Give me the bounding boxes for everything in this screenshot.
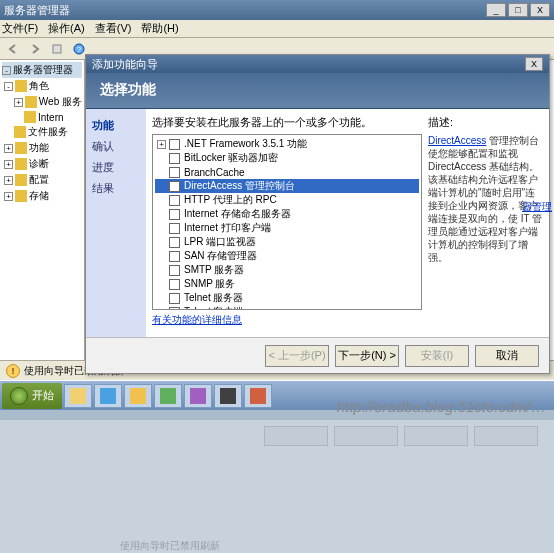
feature-toggle[interactable]: +: [157, 140, 166, 149]
right-pane-peek[interactable]: 器管理: [522, 200, 552, 214]
wizard-nav: 功能确认进度结果: [86, 109, 146, 337]
menu-help[interactable]: 帮助(H): [141, 21, 178, 36]
feature-item[interactable]: SAN 存储管理器: [155, 249, 419, 263]
folder-icon: [24, 111, 36, 123]
feature-details-link[interactable]: 有关功能的详细信息: [152, 313, 242, 327]
feature-checkbox[interactable]: [169, 209, 180, 220]
window-title: 服务器管理器: [4, 3, 70, 18]
add-features-wizard: 添加功能向导 X 选择功能 功能确认进度结果 选择要安装在此服务器上的一个或多个…: [85, 54, 550, 374]
svg-rect-0: [53, 45, 61, 53]
tree-panel: - 服务器管理器 -角色+Web 服务Intern文件服务+功能+诊断+配置+存…: [0, 60, 85, 360]
wizard-close-button[interactable]: X: [525, 57, 543, 71]
tree-toggle[interactable]: +: [4, 160, 13, 169]
watermark: http://oradba.blog.51cto.cdm/…: [0, 398, 554, 415]
tree-item[interactable]: +存储: [2, 188, 82, 204]
feature-list[interactable]: +.NET Framework 3.5.1 功能 BitLocker 驱动器加密…: [152, 134, 422, 310]
tree-toggle[interactable]: +: [4, 144, 13, 153]
feature-item[interactable]: HTTP 代理上的 RPC: [155, 193, 419, 207]
tree-toggle[interactable]: +: [4, 176, 13, 185]
folder-icon: [25, 96, 37, 108]
feature-item[interactable]: +.NET Framework 3.5.1 功能: [155, 137, 419, 151]
folder-icon: [14, 126, 26, 138]
feature-checkbox[interactable]: [169, 195, 180, 206]
tree-item[interactable]: Intern: [2, 110, 82, 124]
wizard-header: 选择功能: [86, 73, 549, 109]
feature-item[interactable]: SMTP 服务器: [155, 263, 419, 277]
feature-checkbox[interactable]: [169, 251, 180, 262]
feature-item[interactable]: BranchCache: [155, 165, 419, 179]
tree-item[interactable]: 文件服务: [2, 124, 82, 140]
props-icon[interactable]: [48, 40, 66, 58]
svg-text:?: ?: [77, 45, 82, 54]
tree-item[interactable]: +Web 服务: [2, 94, 82, 110]
min-button[interactable]: _: [486, 3, 506, 17]
tree-item[interactable]: -角色: [2, 78, 82, 94]
description-title: 描述:: [428, 115, 543, 130]
folder-icon: [15, 174, 27, 186]
main-panel: 添加功能向导 X 选择功能 功能确认进度结果 选择要安装在此服务器上的一个或多个…: [85, 60, 554, 360]
feature-item[interactable]: Internet 存储命名服务器: [155, 207, 419, 221]
prev-button: < 上一步(P): [265, 345, 329, 367]
tree-toggle[interactable]: -: [4, 82, 13, 91]
max-button[interactable]: □: [508, 3, 528, 17]
info-icon: !: [6, 364, 20, 378]
wizard-footer: < 上一步(P) 下一步(N) > 安装(I) 取消: [86, 337, 549, 373]
install-button: 安装(I): [405, 345, 469, 367]
feature-checkbox[interactable]: [169, 293, 180, 304]
close-button[interactable]: X: [530, 3, 550, 17]
feature-item[interactable]: Telnet 服务器: [155, 291, 419, 305]
feature-item[interactable]: LPR 端口监视器: [155, 235, 419, 249]
feature-checkbox[interactable]: [169, 153, 180, 164]
menu-action[interactable]: 操作(A): [48, 21, 85, 36]
window-titlebar[interactable]: 服务器管理器 _ □ X: [0, 0, 554, 20]
wizard-nav-step[interactable]: 功能: [90, 115, 142, 136]
wizard-title: 添加功能向导: [92, 57, 158, 72]
wizard-nav-step[interactable]: 进度: [90, 157, 142, 178]
reflection-area: 使用向导时已禁用刷新: [0, 420, 554, 553]
wizard-titlebar[interactable]: 添加功能向导 X: [86, 55, 549, 73]
feature-item[interactable]: DirectAccess 管理控制台: [155, 179, 419, 193]
back-icon[interactable]: [4, 40, 22, 58]
next-button[interactable]: 下一步(N) >: [335, 345, 399, 367]
wizard-prompt: 选择要安装在此服务器上的一个或多个功能。: [152, 115, 422, 130]
menu-file[interactable]: 文件(F): [2, 21, 38, 36]
feature-checkbox[interactable]: [169, 223, 180, 234]
tree-item[interactable]: +诊断: [2, 156, 82, 172]
feature-item[interactable]: SNMP 服务: [155, 277, 419, 291]
menubar: 文件(F) 操作(A) 查看(V) 帮助(H): [0, 20, 554, 38]
cancel-button[interactable]: 取消: [475, 345, 539, 367]
feature-checkbox[interactable]: [169, 181, 180, 192]
description-panel: 描述: DirectAccess 管理控制台使您能够配置和监视 DirectAc…: [428, 115, 543, 331]
feature-checkbox[interactable]: [169, 167, 180, 178]
feature-checkbox[interactable]: [169, 237, 180, 248]
tree-toggle[interactable]: +: [14, 98, 23, 107]
feature-checkbox[interactable]: [169, 265, 180, 276]
feature-item[interactable]: Telnet 客户端: [155, 305, 419, 310]
tree-item[interactable]: +配置: [2, 172, 82, 188]
folder-icon: [15, 158, 27, 170]
tree-item[interactable]: +功能: [2, 140, 82, 156]
wizard-nav-step[interactable]: 结果: [90, 178, 142, 199]
feature-item[interactable]: BitLocker 驱动器加密: [155, 151, 419, 165]
feature-checkbox[interactable]: [169, 139, 180, 150]
feature-checkbox[interactable]: [169, 279, 180, 290]
forward-icon[interactable]: [26, 40, 44, 58]
menu-view[interactable]: 查看(V): [95, 21, 132, 36]
tree-toggle[interactable]: +: [4, 192, 13, 201]
feature-item[interactable]: Internet 打印客户端: [155, 221, 419, 235]
wizard-nav-step[interactable]: 确认: [90, 136, 142, 157]
description-text: 管理控制台使您能够配置和监视 DirectAccess 基础结构。该基础结构允许…: [428, 135, 542, 263]
folder-icon: [15, 80, 27, 92]
folder-icon: [15, 142, 27, 154]
description-link[interactable]: DirectAccess: [428, 135, 486, 146]
feature-checkbox[interactable]: [169, 307, 180, 311]
folder-icon: [15, 190, 27, 202]
tree-root[interactable]: - 服务器管理器: [2, 62, 82, 78]
